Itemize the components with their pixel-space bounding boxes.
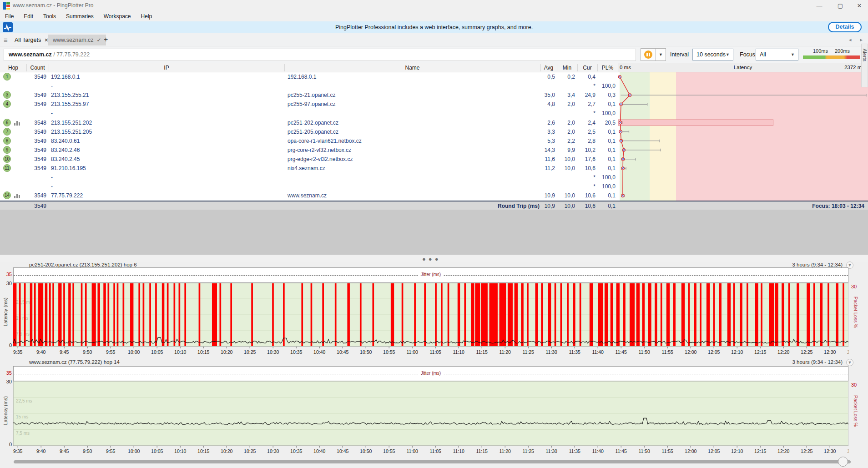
hop-row-1[interactable]: 13549192.168.0.1192.168.0.10,50,20,4 bbox=[0, 72, 618, 81]
tab-all-targets[interactable]: All Targets ✕ bbox=[12, 35, 51, 45]
svg-text:15 ms: 15 ms bbox=[16, 414, 28, 419]
col-header-min[interactable]: Min bbox=[557, 65, 577, 71]
y-axis-title: Latency (ms) bbox=[3, 396, 8, 425]
hop-row-4[interactable]: 43549213.155.255.97pc255-97.opanet.cz4,8… bbox=[0, 100, 618, 109]
hop-row-missing-1[interactable]: -*100,0 bbox=[0, 81, 618, 91]
hop-row-3[interactable]: 33549213.155.255.21pc255-21.opanet.cz35,… bbox=[0, 91, 618, 100]
menu-item-summaries[interactable]: Summaries bbox=[61, 11, 99, 21]
title-bar: www.seznam.cz - PingPlotter Pro — ▢ ✕ bbox=[0, 0, 868, 11]
packet-loss-bar bbox=[618, 120, 773, 126]
time-tick-label: 12:30 bbox=[824, 448, 836, 454]
tab-bar: ≡ All Targets ✕ www.seznam.cz ✓ + ◂ ▸ bbox=[0, 33, 868, 46]
time-tick-label: 11:30 bbox=[545, 448, 557, 454]
time-tick-label: 9:35 bbox=[13, 448, 23, 454]
interval-select[interactable]: 10 seconds▼ bbox=[692, 49, 733, 60]
time-tick-label: 12:25 bbox=[801, 448, 812, 454]
close-button[interactable]: ✕ bbox=[853, 2, 866, 10]
menu-bar: FileEditToolsSummariesWorkspaceHelp bbox=[0, 11, 868, 21]
hop-number-badge: 11 bbox=[3, 164, 11, 172]
latency-overview-graph[interactable] bbox=[618, 72, 868, 201]
col-header-cur[interactable]: Cur bbox=[577, 65, 597, 71]
col-header-name[interactable]: Name bbox=[284, 65, 540, 71]
time-tick-label: 11:35 bbox=[569, 448, 580, 454]
pause-dropdown-button[interactable]: ▼ bbox=[656, 48, 666, 61]
time-tick-label: 10:55 bbox=[383, 448, 395, 454]
time-tick-label: 9:55 bbox=[106, 448, 116, 454]
scrollbar-track[interactable] bbox=[14, 460, 851, 463]
time-tick-label: 11:45 bbox=[615, 448, 627, 454]
pause-icon bbox=[644, 50, 652, 59]
horizontal-scrollbar bbox=[0, 456, 868, 468]
alerts-side-tab[interactable]: Alerts bbox=[861, 44, 868, 87]
tab-scroll-arrows[interactable]: ◂ ▸ bbox=[849, 37, 866, 43]
legend-gradient-bar bbox=[803, 55, 860, 59]
time-tick-label: 12:20 bbox=[777, 448, 789, 454]
hop-number-badge: 7 bbox=[3, 128, 11, 136]
latency-title: Latency bbox=[618, 65, 868, 70]
footer-count: 3549 bbox=[26, 203, 46, 209]
hop-row-9[interactable]: 9354983.240.2.46prg-core-r2-vl32.netbox.… bbox=[0, 146, 618, 155]
tab-target-seznam[interactable]: www.seznam.cz ✓ bbox=[48, 35, 106, 45]
legend-100ms: 100ms bbox=[813, 48, 828, 54]
chevron-down-icon: ▼ bbox=[726, 49, 730, 60]
time-tick-label: 11:55 bbox=[661, 448, 673, 454]
svg-text:22,5 ms: 22,5 ms bbox=[16, 398, 32, 403]
time-tick-label: 10:20 bbox=[221, 448, 232, 454]
timeline-graph-2[interactable]: www.seznam.cz (77.75.79.222) hop 14 3 ho… bbox=[0, 262, 868, 456]
tab-check-icon: ✓ bbox=[97, 37, 101, 43]
time-tick-label: 9:50 bbox=[83, 448, 92, 454]
menu-item-workspace[interactable]: Workspace bbox=[99, 11, 136, 21]
legend-200ms: 200ms bbox=[835, 48, 850, 54]
col-header-pl[interactable]: PL% bbox=[597, 65, 618, 71]
hop-row-6[interactable]: 6 3548213.155.251.202pc251-202.opanet.cz… bbox=[0, 118, 618, 127]
col-header-avg[interactable]: Avg bbox=[540, 65, 557, 71]
focus-select[interactable]: All▼ bbox=[756, 49, 798, 60]
time-tick-label: 12:35 bbox=[847, 448, 848, 454]
round-trip-footer: 3549 Round Trip (ms) 10,9 10,0 10,6 0,1 … bbox=[0, 201, 868, 210]
right-axis-title: Packet Loss % bbox=[853, 395, 858, 427]
new-tab-button[interactable]: + bbox=[104, 35, 108, 44]
time-tick-label: 10:45 bbox=[337, 448, 348, 454]
hop-row-missing-12[interactable]: -*100,0 bbox=[0, 182, 618, 191]
scrollbar-thumb[interactable] bbox=[838, 457, 848, 467]
menu-item-help[interactable]: Help bbox=[136, 11, 157, 21]
focus-label: Focus bbox=[740, 51, 755, 58]
window-title: www.seznam.cz - PingPlotter Pro bbox=[13, 2, 93, 9]
hop-row-10[interactable]: 10354983.240.2.45prg-edge-r2-vl32.netbox… bbox=[0, 155, 618, 164]
chevron-down-icon[interactable]: ▼ bbox=[846, 359, 853, 366]
hop-row-missing-11[interactable]: -*100,0 bbox=[0, 173, 618, 182]
graph-plot[interactable]: 22,5 ms15 ms7,5 ms9:359:409:459:509:5510… bbox=[13, 381, 848, 456]
maximize-button[interactable]: ▢ bbox=[833, 2, 847, 10]
hop-row-missing-4[interactable]: -*100,0 bbox=[0, 109, 618, 118]
menu-item-tools[interactable]: Tools bbox=[38, 11, 61, 21]
splitter-handle-icon: ●●● bbox=[422, 256, 441, 262]
details-button[interactable]: Details bbox=[828, 22, 862, 32]
time-tick-label: 10:10 bbox=[174, 448, 186, 454]
graph-shown-icon bbox=[14, 121, 20, 126]
col-header-count[interactable]: Count bbox=[26, 65, 49, 71]
col-header-ip[interactable]: IP bbox=[49, 65, 284, 71]
graph-range-label[interactable]: 3 hours (9:34 - 12:34) bbox=[792, 359, 843, 365]
pause-button[interactable] bbox=[641, 48, 656, 61]
time-tick-label: 10:15 bbox=[197, 448, 209, 454]
chevron-down-icon: ▼ bbox=[791, 49, 795, 60]
targets-menu-icon[interactable]: ≡ bbox=[4, 36, 8, 44]
svg-text:7,5 ms: 7,5 ms bbox=[16, 431, 30, 436]
pane-splitter[interactable]: ●●● bbox=[0, 255, 868, 262]
hop-row-7[interactable]: 73549213.155.251.205pc251-205.opanet.cz3… bbox=[0, 127, 618, 136]
hop-number-badge: 3 bbox=[3, 91, 11, 99]
target-address[interactable]: www.seznam.cz / 77.75.79.222 bbox=[4, 49, 636, 61]
hop-row-11[interactable]: 11354991.210.16.195nix4.seznam.cz11,210,… bbox=[0, 164, 618, 173]
time-tick-label: 10:00 bbox=[128, 448, 140, 454]
hop-number-badge: 1 bbox=[3, 73, 11, 81]
hop-row-8[interactable]: 8354983.240.0.61opa-core-r1-vlan621.netb… bbox=[0, 136, 618, 146]
tab-close-icon[interactable]: ✕ bbox=[44, 37, 48, 43]
footer-focus-range: Focus: 18:03 - 12:34 bbox=[812, 203, 864, 209]
col-header-hop[interactable]: Hop bbox=[0, 65, 26, 71]
time-tick-label: 9:45 bbox=[60, 448, 69, 454]
menu-item-file[interactable]: File bbox=[0, 11, 19, 21]
menu-item-edit[interactable]: Edit bbox=[19, 11, 38, 21]
hop-row-14[interactable]: 14 354977.75.79.222www.seznam.cz10,910,0… bbox=[0, 191, 618, 200]
minimize-button[interactable]: — bbox=[812, 2, 826, 10]
time-tick-label: 11:10 bbox=[453, 448, 464, 454]
